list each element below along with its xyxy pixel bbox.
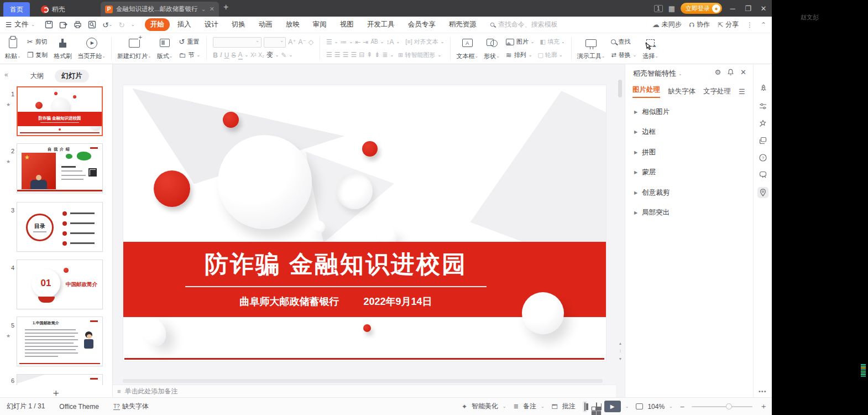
tab-home[interactable]: 首页 bbox=[3, 2, 30, 17]
close-panel-icon[interactable]: ✕ bbox=[740, 68, 746, 76]
more-icon[interactable]: ⋮ bbox=[746, 21, 753, 29]
vertical-scrollbar[interactable] bbox=[618, 80, 622, 97]
reading-view-button[interactable] bbox=[596, 403, 597, 411]
font-name-dropdown[interactable] bbox=[213, 37, 262, 48]
slide-1-editor[interactable]: 防诈骗 金融知识进校园 曲阜师大邮政储蓄银行 2022年9月14日 bbox=[123, 85, 606, 361]
new-slide-button[interactable]: 新建幻灯片⌄ bbox=[114, 34, 154, 63]
menu-item-design[interactable]: 设计 bbox=[199, 18, 224, 31]
subscript-button[interactable]: X₂ bbox=[258, 52, 264, 58]
help-icon[interactable]: ? bbox=[757, 152, 768, 163]
presentation-tools-button[interactable]: 演示工具⌄ bbox=[574, 34, 608, 63]
slide-title[interactable]: 防诈骗 金融知识进校园 bbox=[185, 248, 487, 281]
rocket-icon[interactable] bbox=[757, 83, 768, 94]
align-center-button[interactable]: ☰ bbox=[334, 51, 341, 59]
pinyin-button[interactable]: 变 bbox=[266, 50, 273, 60]
save-icon[interactable] bbox=[45, 20, 53, 29]
minimize-button[interactable]: ─ bbox=[728, 4, 738, 13]
undo-button[interactable]: ↺⌄ bbox=[102, 20, 112, 29]
sync-status[interactable]: ☁未同步 bbox=[652, 20, 682, 29]
command-search[interactable]: 查找命令、搜索模板 bbox=[490, 20, 558, 29]
italic-button[interactable]: I bbox=[220, 51, 222, 59]
layers-copy-icon[interactable] bbox=[757, 135, 768, 146]
outdent-button[interactable]: ⇤ bbox=[355, 38, 360, 46]
zoom-fit-button[interactable]: 104%⌄ bbox=[636, 403, 672, 411]
workspace-switch-icon[interactable]: 1 bbox=[654, 5, 663, 12]
panel-menu-icon[interactable]: ☰ bbox=[739, 87, 745, 96]
menu-item-devtools[interactable]: 开发工具 bbox=[362, 18, 400, 31]
menu-item-home[interactable]: 开始 bbox=[145, 18, 170, 31]
menu-item-resources[interactable]: 稻壳资源 bbox=[443, 18, 482, 31]
customize-toolbar-icon[interactable]: ⌄ bbox=[131, 22, 135, 27]
format-painter-button[interactable]: 格式刷 bbox=[51, 34, 75, 63]
collaborate-button[interactable]: ⮉协作 bbox=[689, 20, 710, 29]
panel-item-creative-crop[interactable]: ▶创意裁剪 bbox=[634, 188, 670, 198]
login-button[interactable]: 立即登录 ● bbox=[681, 3, 722, 14]
slide-subtitle-org[interactable]: 曲阜师大邮政储蓄银行 bbox=[239, 295, 339, 308]
slide-thumbnail-3[interactable]: 目录 bbox=[17, 202, 103, 252]
notes-toggle-button[interactable]: ≣备注⌄ bbox=[514, 402, 545, 411]
comments-button[interactable]: 🗔批注 bbox=[552, 402, 576, 411]
menu-item-review[interactable]: 审阅 bbox=[307, 18, 332, 31]
rail-more-icon[interactable]: ••• bbox=[759, 388, 767, 395]
slide-subtitle-date[interactable]: 2022年9月14日 bbox=[363, 295, 432, 308]
increase-font-button[interactable]: A⁺ bbox=[288, 38, 296, 46]
panel-item-local-highlight[interactable]: ▶局部突出 bbox=[634, 208, 670, 217]
paragraph-spacing-button[interactable]: ≣ bbox=[382, 51, 388, 59]
find-button[interactable]: 查找 bbox=[609, 38, 639, 46]
slide-layout-button[interactable]: 版式⌄ bbox=[154, 34, 176, 63]
slide-thumbnail-4[interactable]: 01 中国邮政简介 bbox=[17, 260, 103, 309]
tab-store[interactable]: 稻壳 bbox=[33, 2, 95, 17]
file-menu[interactable]: ☰ 文件 ⌄ bbox=[0, 20, 40, 29]
notes-bar[interactable]: ≡ 单击此处添加备注 bbox=[113, 385, 616, 397]
decrease-font-button[interactable]: A⁻ bbox=[299, 38, 306, 46]
apps-grid-icon[interactable]: ▦ bbox=[668, 4, 675, 13]
share-button[interactable]: ⇱分享 bbox=[718, 20, 739, 29]
panel-item-border[interactable]: ▶边框 bbox=[634, 127, 656, 137]
slide-thumbnail-1[interactable]: 防诈骗 金融知识进校园 bbox=[17, 86, 103, 136]
menu-item-insert[interactable]: 插入 bbox=[172, 18, 197, 31]
picture-button[interactable]: 图片⌄ bbox=[506, 38, 535, 46]
tab-image-processing[interactable]: 图片处理 bbox=[632, 85, 660, 98]
close-button[interactable]: ✕ bbox=[759, 4, 768, 13]
slide-canvas[interactable]: 防诈骗 金融知识进校园 曲阜师大邮政储蓄银行 2022年9月14日 ≡ 单击此处… bbox=[113, 64, 616, 397]
distribute-button[interactable]: ⊟ bbox=[359, 51, 364, 59]
font-color-button[interactable]: A bbox=[238, 51, 243, 60]
tab-missing-fonts[interactable]: 缺失字体 bbox=[668, 87, 696, 96]
panel-item-collage[interactable]: ▶拼图 bbox=[634, 148, 656, 157]
panel-item-mask[interactable]: ▶蒙层 bbox=[634, 168, 656, 177]
feedback-icon[interactable] bbox=[757, 169, 768, 180]
arrange-button[interactable]: ≋排列⌄ bbox=[506, 51, 532, 59]
new-tab-button[interactable]: + bbox=[223, 2, 228, 12]
smart-graphic-button[interactable]: ⊞ 转智能图形 bbox=[398, 51, 435, 59]
align-left-button[interactable]: ☰ bbox=[326, 51, 332, 59]
clear-format-button[interactable]: ◇ bbox=[308, 38, 313, 46]
outline-button[interactable]: ▢轮廓⌄ bbox=[537, 51, 562, 59]
indent-button[interactable]: ⇥ bbox=[363, 38, 368, 46]
char-spacing-button[interactable]: A͞B bbox=[370, 39, 378, 45]
play-from-current-button[interactable]: ▶ 当页开始⌄ bbox=[75, 34, 108, 63]
bold-button[interactable]: B bbox=[213, 51, 218, 59]
underline-button[interactable]: U bbox=[224, 51, 229, 59]
align-right-button[interactable]: ☰ bbox=[343, 51, 349, 59]
copy-button[interactable]: ❐复制 bbox=[25, 51, 50, 59]
missing-font-status[interactable]: T? 缺失字体 bbox=[113, 402, 149, 411]
tab-close-icon[interactable]: ✕ bbox=[210, 6, 215, 13]
location-pin-icon[interactable] bbox=[757, 187, 768, 198]
justify-button[interactable]: ☰ bbox=[351, 51, 357, 59]
shapes-button[interactable]: 形状⌄ bbox=[481, 34, 503, 63]
zoom-slider[interactable] bbox=[692, 406, 752, 407]
menu-item-transition[interactable]: 切换 bbox=[226, 18, 251, 31]
find-replace-icon[interactable] bbox=[88, 20, 96, 29]
zoom-out-button[interactable]: − bbox=[680, 402, 684, 411]
tab-text-processing[interactable]: 文字处理 bbox=[703, 87, 731, 96]
slide-thumbnail-6[interactable] bbox=[17, 374, 103, 385]
slide-thumbnail-2[interactable]: 自我介绍 ★ bbox=[17, 143, 103, 193]
strike-button[interactable]: S bbox=[232, 51, 236, 59]
settings-gear-icon[interactable]: ⚙ bbox=[714, 68, 721, 76]
font-size-dropdown[interactable] bbox=[264, 37, 286, 48]
replace-button[interactable]: ⇄替换⌄ bbox=[609, 51, 639, 59]
maximize-button[interactable]: ❐ bbox=[743, 4, 753, 13]
zoom-slider-knob[interactable] bbox=[726, 403, 732, 409]
redo-button[interactable]: ↻ bbox=[118, 20, 125, 29]
reset-button[interactable]: ↺重置 bbox=[176, 38, 202, 46]
